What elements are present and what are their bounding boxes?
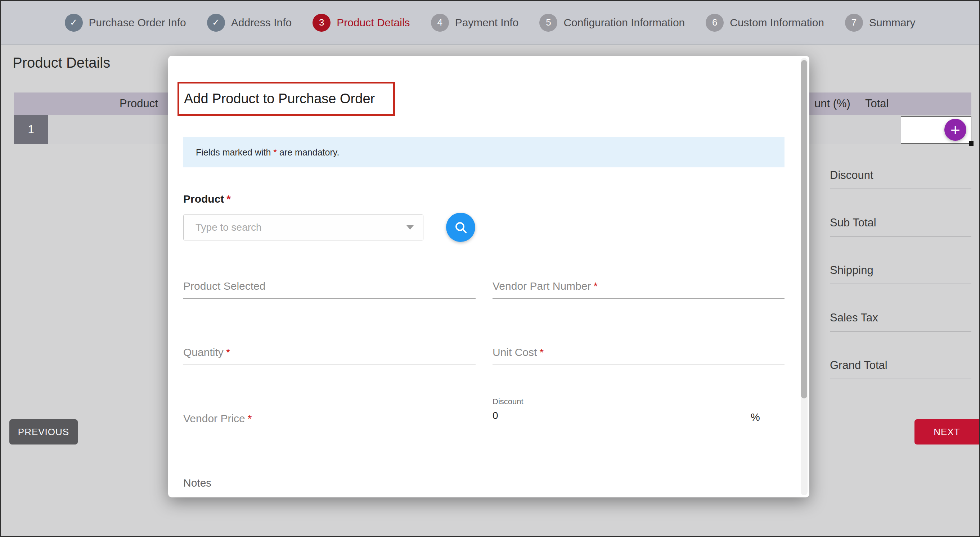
step-number-badge: 4 <box>431 14 449 32</box>
add-product-button[interactable]: + <box>944 119 966 141</box>
vendor-price-label: Vendor Price* <box>183 413 252 424</box>
discount-field[interactable]: Discount <box>493 397 733 431</box>
mandatory-note-banner: Fields marked with * are mandatory. <box>183 137 784 167</box>
required-asterisk: * <box>593 280 598 292</box>
check-icon: ✓ <box>65 14 83 32</box>
step-label: Purchase Order Info <box>89 17 186 29</box>
column-header-product: Product <box>119 97 158 110</box>
chevron-down-icon[interactable] <box>406 225 414 230</box>
previous-button[interactable]: PREVIOUS <box>10 419 78 445</box>
wizard-stepper: ✓ Purchase Order Info ✓ Address Info 3 P… <box>1 1 979 44</box>
annotation-highlight: Add Product to Purchase Order <box>178 82 395 116</box>
step-custom-information[interactable]: 6 Custom Information <box>706 14 824 32</box>
product-field-label: Product* <box>183 193 231 205</box>
product-selected-field[interactable]: Product Selected <box>183 280 476 299</box>
search-button[interactable] <box>446 213 475 242</box>
step-number-badge: 6 <box>706 14 724 32</box>
scrollbar-thumb[interactable] <box>801 60 807 399</box>
vendor-part-number-field[interactable]: Vendor Part Number* <box>493 280 784 299</box>
discount-label: Discount <box>493 397 733 406</box>
percent-suffix: % <box>751 411 760 423</box>
next-button[interactable]: NEXT <box>915 419 979 445</box>
step-label: Summary <box>869 17 915 29</box>
step-purchase-order-info[interactable]: ✓ Purchase Order Info <box>65 14 186 32</box>
required-asterisk: * <box>226 346 231 358</box>
discount-input[interactable] <box>493 410 565 421</box>
step-number-badge: 7 <box>845 14 863 32</box>
product-selected-label: Product Selected <box>183 280 265 292</box>
step-label: Address Info <box>231 17 292 29</box>
totals-panel: Discount Sub Total Shipping Sales Tax Gr… <box>830 169 971 406</box>
column-header-discount-partial: unt (%) <box>815 97 850 110</box>
required-asterisk: * <box>248 413 252 424</box>
required-asterisk: * <box>226 193 231 205</box>
totals-salestax-label: Sales Tax <box>830 311 971 332</box>
search-icon <box>453 220 468 235</box>
step-number-badge: 3 <box>312 14 331 32</box>
modal-scrollbar[interactable] <box>801 58 808 495</box>
step-label: Custom Information <box>730 17 824 29</box>
vendor-price-field[interactable]: Vendor Price* <box>183 413 476 431</box>
required-asterisk: * <box>273 147 277 157</box>
required-asterisk: * <box>539 346 544 358</box>
step-address-info[interactable]: ✓ Address Info <box>207 14 292 32</box>
cell-selection-handle[interactable] <box>969 141 974 146</box>
row-number-cell: 1 <box>14 115 48 144</box>
quantity-field[interactable]: Quantity* <box>183 346 476 365</box>
add-product-modal: Add Product to Purchase Order Fields mar… <box>168 56 809 497</box>
unit-cost-label: Unit Cost* <box>493 346 544 358</box>
totals-subtotal-label: Sub Total <box>830 216 971 237</box>
page-title: Product Details <box>13 55 110 71</box>
quantity-label: Quantity* <box>183 346 230 358</box>
step-product-details[interactable]: 3 Product Details <box>312 14 410 32</box>
product-search-select[interactable] <box>183 214 423 240</box>
app-window: ✓ Purchase Order Info ✓ Address Info 3 P… <box>0 0 980 537</box>
step-label: Product Details <box>337 17 410 29</box>
step-label: Configuration Information <box>563 17 685 29</box>
totals-discount-label: Discount <box>830 169 971 189</box>
modal-title: Add Product to Purchase Order <box>179 91 375 106</box>
totals-shipping-label: Shipping <box>830 264 971 284</box>
product-search-input[interactable] <box>184 222 406 233</box>
step-label: Payment Info <box>455 17 519 29</box>
totals-grandtotal-label: Grand Total <box>830 359 971 379</box>
step-payment-info[interactable]: 4 Payment Info <box>431 14 519 32</box>
mandatory-note-text: Fields marked with * are mandatory. <box>196 147 339 158</box>
vendor-part-number-label: Vendor Part Number* <box>493 280 598 292</box>
unit-cost-field[interactable]: Unit Cost* <box>493 346 784 365</box>
step-summary[interactable]: 7 Summary <box>845 14 915 32</box>
plus-icon: + <box>950 122 960 138</box>
notes-label: Notes <box>183 477 212 489</box>
step-configuration-information[interactable]: 5 Configuration Information <box>539 14 685 32</box>
column-header-total: Total <box>865 97 889 110</box>
step-number-badge: 5 <box>539 14 557 32</box>
check-icon: ✓ <box>207 14 225 32</box>
